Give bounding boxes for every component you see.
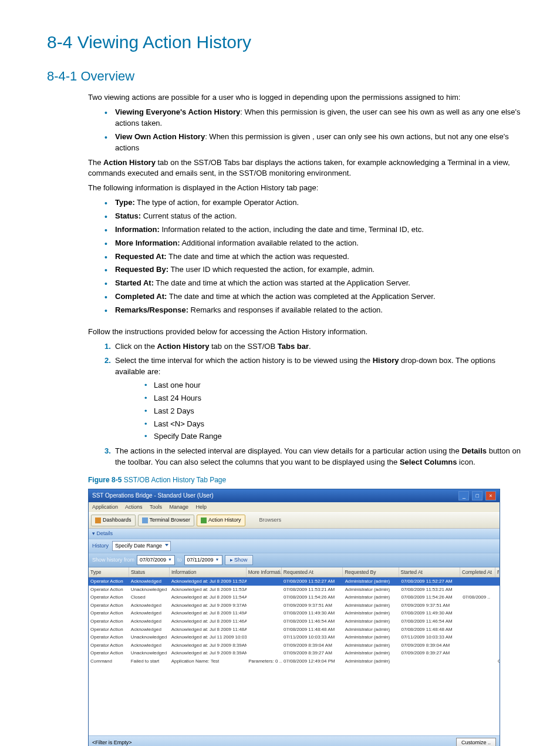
col-requested-at[interactable]: Requested At [282,567,343,577]
window-title: SST Operations Bridge - Standard User (U… [92,492,214,500]
show-button[interactable]: ▸ Show [225,555,253,565]
col-completed-at[interactable]: Completed At [460,567,495,577]
history-bar: History Specify Date Range [89,539,500,553]
col-remarks[interactable]: Remarks/Respo [495,567,500,577]
col-status[interactable]: Status [129,567,170,577]
window-controls: _ □ × [457,491,496,500]
field-item: Type: The type of action, for example Op… [104,197,525,209]
option-item: Last 2 Days [144,406,525,417]
option-item: Last 24 Hours [144,393,525,404]
filter-status: <Filter is Empty> [92,739,132,746]
body-text: The Action History tab on the SST/OB Tab… [88,157,525,180]
step-item: Click on the Action History tab on the S… [104,341,525,352]
table-row[interactable]: Operator ActionAcknowledgedAcknowledged … [89,641,500,650]
details-bar[interactable]: ▾ Details [89,529,500,539]
field-item: Information: Information related to the … [104,224,525,236]
step-item: Select the time interval for which the a… [104,355,525,442]
dashboards-icon [95,518,101,523]
option-item: Last one hour [144,380,525,391]
table-row[interactable]: Operator ActionAcknowledgedAcknowledged … [89,617,500,626]
field-item: More Information: Additional information… [104,238,525,249]
menu-item[interactable]: Actions [125,504,143,510]
action-history-icon [201,518,207,523]
maximize-icon[interactable]: □ [472,491,483,500]
table-row[interactable]: Operator ActionClosedAcknowledged at: Ju… [89,593,500,601]
menu-item[interactable]: Help [195,504,207,510]
col-information[interactable]: Information [170,567,247,577]
col-more-info[interactable]: More Informati.. [247,567,282,577]
screenshot-app-window: SST Operations Bridge - Standard User (U… [88,489,500,746]
table-row[interactable]: Operator ActionAcknowledgedAcknowledged … [89,577,500,586]
table-row[interactable]: CommandFailed to startApplication Name: … [89,657,500,666]
tabs-bar: Dashboards Terminal Browser Action Histo… [89,512,500,528]
figure-caption: Figure 8-5 SST/OB Action History Tab Pag… [88,475,525,485]
tab-terminal-browser[interactable]: Terminal Browser [138,515,195,526]
date-to-input[interactable]: 07/11/2009 [184,555,222,565]
body-text: Follow the instructions provided below f… [88,327,525,338]
field-item: Status: Current status of the action. [104,211,525,222]
option-item: Last <N> Days [144,419,525,430]
col-type[interactable]: Type [89,567,129,577]
field-item: Requested By: The user ID which requeste… [104,264,525,275]
action-history-grid: Type Status Information More Informati..… [89,567,500,736]
table-row[interactable]: Operator ActionAcknowledgedAcknowledged … [89,626,500,634]
to-label: to [177,556,182,564]
minimize-icon[interactable]: _ [458,491,469,500]
tab-action-history[interactable]: Action History [197,515,245,526]
table-row[interactable]: Operator ActionUnacknowledgedAcknowledge… [89,586,500,594]
show-from-label: Show history from [92,556,134,564]
menu-item[interactable]: Application [92,504,118,510]
table-row[interactable]: Operator ActionUnacknowledgedAcknowledge… [89,633,500,641]
table-row[interactable]: Operator ActionUnacknowledgedAcknowledge… [89,649,500,657]
date-from-input[interactable]: 07/07/2009 [137,555,175,565]
menubar: Application Actions Tools Manage Help [89,502,500,512]
close-icon[interactable]: × [485,491,496,500]
page-title: 8-4 Viewing Action History [47,29,525,55]
tab-dashboards[interactable]: Dashboards [91,515,136,526]
col-started-at[interactable]: Started At [399,567,460,577]
date-range-bar: Show history from 07/07/2009 to 07/11/20… [89,553,500,567]
customize-button[interactable]: Customize .. [456,738,496,746]
col-requested-by[interactable]: Requested By [343,567,399,577]
grid-header: Type Status Information More Informati..… [89,567,500,577]
history-range-select[interactable]: Specify Date Range [112,541,171,551]
intro-text: Two viewing actions are possible for a u… [88,92,525,103]
terminal-icon [142,518,148,523]
field-item: Started At: The date and time at which t… [104,278,525,289]
filter-bar: <Filter is Empty> Customize .. [89,735,500,746]
step-item: The actions in the selected interval are… [104,446,525,468]
tab-browsers[interactable]: Browsers [259,516,282,524]
field-item: Completed At: The date and time at which… [104,291,525,303]
section-title: 8-4-1 Overview [47,67,525,86]
perm-item: View Own Action History: When this permi… [104,132,525,154]
field-item: Remarks/Response: Remarks and responses … [104,305,525,316]
table-row[interactable]: Operator ActionAcknowledgedAcknowledged … [89,609,500,617]
history-label: History [92,542,109,550]
titlebar: SST Operations Bridge - Standard User (U… [89,489,500,502]
menu-item[interactable]: Manage [169,504,188,510]
table-row[interactable]: Operator ActionAcknowledgedAcknowledged … [89,601,500,610]
menu-item[interactable]: Tools [150,504,162,510]
field-item: Requested At: The date and time at which… [104,251,525,263]
perm-item: Viewing Everyone's Action History: When … [104,107,525,129]
body-text: The following information is displayed i… [88,183,525,194]
option-item: Specify Date Range [144,431,525,442]
